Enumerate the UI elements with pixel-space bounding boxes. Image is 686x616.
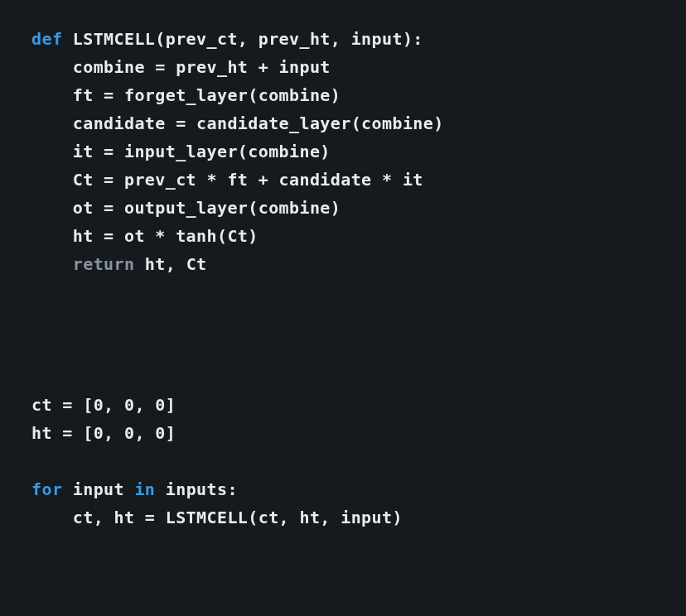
line-ot: ot = output_layer(combine) [31,198,341,218]
line-candidate: candidate = candidate_layer(combine) [31,113,444,133]
code-block: def LSTMCELL(prev_ct, prev_ht, input): c… [0,0,686,556]
line-Ct: Ct = prev_ct * ft + candidate * it [31,170,423,190]
return-rest: ht, Ct [134,254,206,274]
line-return: return ht, Ct [31,254,207,274]
line-def: def LSTMCELL(prev_ct, prev_ht, input): [31,29,423,49]
line-ct-init: ct = [0, 0, 0] [31,395,176,415]
def-signature: LSTMCELL(prev_ct, prev_ht, input): [62,29,423,49]
keyword-return: return [73,254,135,274]
for-rest: inputs: [155,479,238,499]
line-it: it = input_layer(combine) [31,142,331,161]
for-mid: input [62,479,134,499]
line-ft: ft = forget_layer(combine) [31,85,341,105]
line-combine: combine = prev_ht + input [31,57,331,77]
line-ht-init: ht = [0, 0, 0] [31,423,176,443]
keyword-def: def [31,29,62,49]
return-indent [31,254,73,274]
keyword-for: for [31,479,62,499]
keyword-in: in [134,479,155,499]
line-for: for input in inputs: [31,479,238,499]
line-ht: ht = ot * tanh(Ct) [31,226,258,246]
line-call: ct, ht = LSTMCELL(ct, ht, input) [31,508,403,527]
